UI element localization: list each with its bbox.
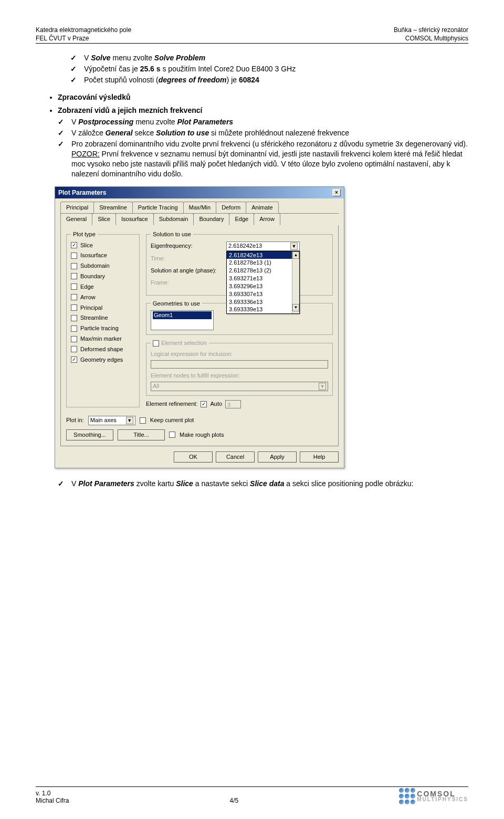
eigen-opt-4[interactable]: 3.693296e13	[227, 282, 299, 290]
chevron-down-icon[interactable]: ▼	[290, 243, 298, 250]
elsel-input	[151, 360, 328, 369]
tab-particle-tracing[interactable]: Particle Tracing	[132, 202, 184, 213]
solution-legend: Solution to use	[151, 230, 193, 238]
chk-deformed[interactable]: Deformed shape	[71, 345, 135, 353]
tab-edge[interactable]: Edge	[229, 213, 254, 225]
header-left2: FEL ČVUT v Praze	[36, 35, 89, 42]
footer-page: 4/5	[229, 797, 238, 804]
chk-boundary[interactable]: Boundary	[71, 272, 135, 280]
logo-dot-icon	[411, 800, 415, 804]
tab-animate[interactable]: Animate	[246, 202, 278, 213]
eigen-label: Eigenfrequency:	[151, 242, 223, 250]
elsel-legend: Element selection	[161, 340, 207, 346]
chk-subdomain[interactable]: Subdomain	[71, 262, 135, 270]
frame-label: Frame:	[151, 279, 223, 287]
section-modes: Zobrazení vidů a jejich mezních frekvenc…	[58, 106, 468, 489]
tab-subdomain[interactable]: Subdomain	[153, 213, 194, 225]
footer-rule	[36, 786, 468, 787]
tab-slice[interactable]: Slice	[92, 213, 116, 225]
scroll-down-icon[interactable]: ▼	[292, 304, 299, 311]
eigen-combo[interactable]: 2.618242e13▼	[226, 242, 300, 251]
comsol-logo: COMSOL MULTIPHYSICS	[399, 788, 468, 804]
plotin-label: Plot in:	[66, 416, 84, 424]
tab-general[interactable]: General	[60, 213, 92, 225]
plot-parameters-dialog: Plot Parameters × Principal Streamline P…	[55, 186, 344, 468]
scroll-up-icon[interactable]: ▲	[292, 251, 299, 259]
header-right2: COMSOL Multiphysics	[405, 35, 468, 42]
logo-dot-icon	[405, 794, 410, 799]
eigen-opt-3[interactable]: 3.693271e13	[227, 275, 299, 282]
elnodes-combo: All▼	[151, 382, 328, 391]
plotin-combo[interactable]: Main axes▼	[88, 416, 135, 425]
tab-isosurface[interactable]: Isosurface	[116, 213, 154, 225]
logo-text-2: MULTIPHYSICS	[417, 797, 468, 802]
tab-streamline[interactable]: Streamline	[93, 202, 133, 213]
cancel-button[interactable]: Cancel	[216, 452, 255, 463]
elsel-label: Logical expression for inclusion:	[151, 350, 328, 358]
bullet-pozor: Pro zobrazení dominantního vidu zvolte p…	[58, 139, 468, 179]
header-rule	[36, 43, 468, 44]
chk-arrow[interactable]: Arrow	[71, 293, 135, 301]
refine-auto-check[interactable]: ✓	[201, 401, 207, 407]
dialog-title: Plot Parameters	[58, 188, 106, 197]
footer-version: v. 1.0	[36, 790, 69, 797]
chk-principal[interactable]: Principal	[71, 304, 135, 312]
close-icon[interactable]: ×	[332, 189, 341, 196]
refine-input: 3	[225, 400, 241, 408]
tab-maxmin[interactable]: Max/Min	[183, 202, 217, 213]
tab-deform[interactable]: Deform	[216, 202, 246, 213]
apply-button[interactable]: Apply	[258, 452, 297, 463]
bullet-time: Výpočetní čas je 25.6 s s použitím Intel…	[70, 64, 468, 74]
eigen-opt-7[interactable]: 3.693339e13	[227, 306, 299, 313]
logo-dot-icon	[399, 788, 404, 793]
footer-author: Michal Cifra	[36, 797, 69, 804]
rough-label: Make rough plots	[180, 431, 224, 439]
chk-streamline[interactable]: Streamline	[71, 314, 135, 322]
elnodes-label: Element nodes to fulfill expression:	[151, 372, 328, 380]
bullet-postproc: V Postprocessing menu zvolte Plot Parame…	[58, 117, 468, 127]
chk-particle-tracing[interactable]: Particle tracing	[71, 324, 135, 332]
header-right1: Buňka – sférický rezonátor	[394, 26, 468, 34]
tab-arrow[interactable]: Arrow	[254, 213, 280, 225]
logo-dot-icon	[399, 800, 404, 804]
tab-principal[interactable]: Principal	[60, 202, 94, 213]
chk-maxmin[interactable]: Max/min marker	[71, 335, 135, 343]
header-left1: Katedra elektromagnetického pole	[36, 26, 131, 34]
eigen-opt-6[interactable]: 3.693336e13	[227, 298, 299, 306]
time-label: Time:	[151, 255, 223, 262]
keep-check[interactable]	[140, 417, 146, 424]
bullet-general-tab: V záložce General sekce Solution to use …	[58, 128, 468, 138]
chk-geom-edges[interactable]: ✓Geometry edges	[71, 356, 135, 364]
section-results: Zpracování výsledků	[58, 92, 468, 102]
geom-listbox[interactable]: Geom1	[151, 310, 214, 330]
title-button[interactable]: Title...	[118, 429, 165, 440]
bullet-solve: V Solve menu zvolte Solve Problem	[70, 53, 468, 63]
rough-check[interactable]	[169, 432, 175, 438]
logo-dot-icon	[405, 788, 410, 793]
logo-dot-icon	[405, 800, 410, 804]
plot-type-legend: Plot type	[71, 230, 98, 238]
refine-label: Element refinement:	[146, 400, 197, 408]
eigen-opt-0[interactable]: 2.618242e13	[227, 251, 299, 259]
keep-label: Keep current plot	[150, 416, 194, 424]
phase-label: Solution at angle (phase):	[151, 267, 223, 275]
help-button[interactable]: Help	[300, 452, 339, 463]
logo-dot-icon	[399, 794, 404, 799]
ok-button[interactable]: OK	[174, 452, 213, 463]
eigen-opt-1[interactable]: 2.618278e13 (1)	[227, 259, 299, 267]
smoothing-button[interactable]: Smoothing...	[66, 429, 113, 440]
logo-dot-icon	[411, 794, 415, 799]
geom-legend: Geometries to use	[151, 300, 202, 308]
eigen-opt-5[interactable]: 3.693307e13	[227, 290, 299, 298]
tab-boundary[interactable]: Boundary	[193, 213, 229, 225]
eigen-opt-2[interactable]: 2.618278e13 (2)	[227, 267, 299, 275]
chk-slice[interactable]: ✓Slice	[71, 242, 135, 249]
chk-isosurface[interactable]: Isosurface	[71, 251, 135, 259]
logo-dot-icon	[411, 788, 415, 793]
bullet-slice: V Plot Parameters zvolte kartu Slice a n…	[58, 479, 468, 489]
chk-edge[interactable]: Edge	[71, 283, 135, 291]
bullet-dof: Počet stupňů volnosti (degrees of freedo…	[70, 75, 468, 85]
